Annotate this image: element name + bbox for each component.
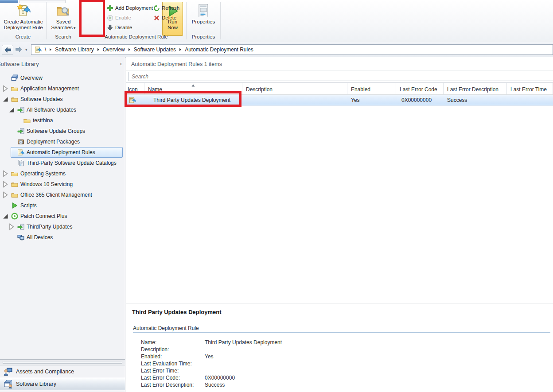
tree-collapsed-icon[interactable] — [2, 85, 9, 92]
details-field-label: Last Error Description: — [141, 382, 205, 388]
tree-arrow-placeholder — [8, 138, 15, 145]
sidebar-item-all-software-updates[interactable]: All Software Updates — [0, 105, 124, 115]
tree-arrow-placeholder — [8, 149, 15, 156]
details-field-label: Description: — [141, 346, 205, 353]
breadcrumb-item[interactable]: Automatic Deployment Rules — [185, 47, 253, 53]
sidebar-item-software-update-groups[interactable]: Software Update Groups — [0, 126, 124, 136]
column-header-label: Enabled — [351, 86, 370, 93]
search-input[interactable] — [129, 72, 553, 81]
sidebar-item-overview[interactable]: Overview — [0, 73, 124, 83]
collapse-pane-icon[interactable]: ‹ — [120, 61, 122, 66]
workspace-assets-and-compliance[interactable]: Assets and Compliance — [0, 365, 125, 377]
add-deployment-plus-icon — [107, 5, 113, 12]
back-button[interactable] — [2, 45, 13, 55]
breadcrumb: \Software LibraryOverviewSoftware Update… — [31, 44, 553, 55]
create-adr-icon — [16, 4, 31, 18]
sidebar-item-third-party-software-update-catalogs[interactable]: Third-Party Software Update Catalogs — [0, 158, 124, 168]
row-name-cell: Third Party Updates Deployment — [144, 97, 242, 103]
delete-x-icon — [153, 15, 160, 21]
column-header-icon[interactable]: Icon — [126, 83, 144, 94]
details-field: Description: — [141, 346, 549, 353]
sidebar-item-windows-10-servicing[interactable]: Windows 10 Servicing — [0, 179, 124, 190]
tree-arrow-placeholder — [8, 159, 15, 167]
group-label-properties: Properties — [187, 34, 220, 39]
delete-button[interactable]: Delete — [153, 14, 176, 22]
details-field: Last Evaluation Time: — [141, 360, 549, 367]
sidebar-item-thirdparty-updates[interactable]: ThirdParty Updates — [0, 221, 124, 232]
tree-arrow-placeholder — [8, 234, 15, 241]
column-header-enabled[interactable]: Enabled — [347, 83, 396, 94]
address-bar: ▾ \Software LibraryOverviewSoftware Upda… — [0, 42, 553, 58]
saved-searches-button[interactable]: Saved Searches▾ — [50, 2, 77, 31]
sidebar-item-office-365-client-management[interactable]: Office 365 Client Management — [0, 190, 124, 200]
column-header-last-error-code[interactable]: Last Error Code — [396, 83, 444, 94]
group-label-adr: Automatic Deployment Rule — [86, 34, 186, 39]
folder-icon — [11, 170, 18, 177]
create-automatic-deployment-rule-button[interactable]: Create Automatic Deployment Rule — [2, 2, 45, 31]
tree-expanded-icon[interactable] — [2, 213, 9, 220]
breadcrumb-item[interactable]: Overview — [103, 47, 125, 53]
row-last-error-code-cell: 0X00000000 — [396, 97, 444, 103]
sidebar-item-testthina[interactable]: testthina — [0, 115, 124, 126]
saved-searches-label: Saved Searches — [51, 19, 73, 30]
sidebar-item-label: Overview — [20, 75, 43, 81]
details-field-value: Yes — [205, 353, 214, 360]
sidebar-item-automatic-deployment-rules[interactable]: Automatic Deployment Rules — [0, 147, 124, 158]
results-pane: Automatic Deployment Rules 1 items IconN… — [126, 57, 553, 392]
enable-button[interactable]: Enable — [107, 14, 131, 22]
enable-icon — [107, 15, 113, 21]
properties-label: Properties — [192, 19, 215, 24]
sidebar-item-software-updates[interactable]: Software Updates — [0, 94, 124, 105]
workspace-splitter[interactable] — [0, 359, 125, 365]
sidebar-item-label: ThirdParty Updates — [27, 224, 72, 230]
navigation-pane-title-label: Software Library — [0, 61, 39, 67]
sidebar-item-application-management[interactable]: Application Management — [0, 83, 124, 94]
add-deployment-label: Add Deployment — [115, 5, 153, 11]
details-section-divider — [133, 332, 550, 333]
tree-collapsed-icon[interactable] — [2, 170, 9, 177]
ribbon-group-create: Create Automatic Deployment Rule Create — [0, 0, 46, 42]
sidebar-item-operating-systems[interactable]: Operating Systems — [0, 168, 124, 179]
nav-history-chevron-icon[interactable]: ▾ — [25, 47, 30, 52]
sidebar-item-label: All Devices — [27, 234, 53, 241]
tree-arrow-placeholder — [8, 128, 15, 135]
enable-label: Enable — [115, 15, 131, 20]
sidebar-item-label: Operating Systems — [20, 171, 66, 177]
column-header-name[interactable]: Name — [144, 83, 242, 94]
disable-button[interactable]: Disable — [107, 23, 132, 31]
breadcrumb-root[interactable]: \ — [45, 47, 46, 53]
column-header-last-error-time[interactable]: Last Error Time — [507, 83, 553, 94]
sidebar-item-deployment-packages[interactable]: Deployment Packages — [0, 136, 124, 147]
pcp-icon — [11, 213, 18, 220]
forward-button[interactable] — [13, 45, 24, 54]
details-section-label: Automatic Deployment Rule — [133, 325, 199, 331]
column-header-last-error-description[interactable]: Last Error Description — [444, 83, 507, 94]
refresh-button[interactable]: Refresh — [153, 4, 179, 12]
tree-expanded-icon[interactable] — [2, 96, 9, 103]
tree-collapsed-icon[interactable] — [8, 223, 15, 230]
add-deployment-button[interactable]: Add Deployment — [107, 4, 153, 12]
sidebar-item-label: Deployment Packages — [27, 139, 80, 145]
sidebar-item-all-devices[interactable]: All Devices — [0, 232, 124, 243]
folder-icon — [11, 191, 18, 198]
tree-collapsed-icon[interactable] — [2, 181, 9, 188]
saved-searches-icon — [56, 4, 70, 18]
ribbon-group-search: Saved Searches▾ Search — [47, 0, 80, 42]
breadcrumb-item[interactable]: Software Updates — [134, 47, 176, 53]
details-field: Last Error Description:Success — [141, 381, 549, 388]
table-row[interactable]: Third Party Updates DeploymentYes0X00000… — [126, 95, 553, 105]
workspace-software-library[interactable]: Software Library — [0, 378, 125, 390]
sidebar-item-patch-connect-plus[interactable]: Patch Connect Plus — [0, 211, 124, 221]
breadcrumb-item[interactable]: Software Library — [55, 47, 93, 53]
details-field-value: 0X00000000 — [205, 375, 235, 381]
ribbon-separator — [220, 2, 221, 39]
properties-icon — [198, 4, 209, 18]
tree-collapsed-icon[interactable] — [2, 191, 9, 198]
folder-icon — [11, 181, 18, 188]
group-label-search: Search — [47, 34, 80, 39]
tree-expanded-icon[interactable] — [8, 106, 15, 113]
properties-button[interactable]: Properties — [189, 2, 218, 25]
sidebar-item-scripts[interactable]: Scripts — [0, 200, 124, 211]
sidebar-item-label: Patch Connect Plus — [20, 213, 67, 219]
column-header-description[interactable]: Description — [242, 83, 347, 94]
